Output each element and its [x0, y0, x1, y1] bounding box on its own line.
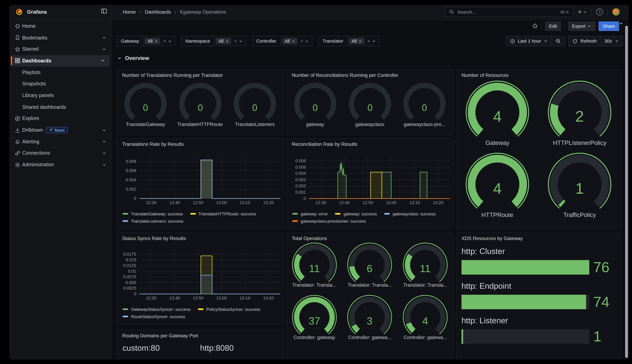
legend-row: GatewayStatusSyncer: successPolicyStatus…	[123, 307, 279, 312]
panel-title[interactable]: Status Syncs Rate by Results	[117, 232, 283, 241]
panel-title[interactable]: XDS Resources by Gateway	[456, 232, 621, 241]
sidebar-item-home[interactable]: Home	[9, 20, 111, 32]
clear-filter-icon[interactable]: ×	[163, 38, 166, 44]
remove-value-icon[interactable]: ×	[292, 39, 294, 44]
panel-title[interactable]: Number of Translations Running per Trans…	[117, 70, 283, 78]
gauge-value: 0	[143, 102, 148, 113]
panel-title[interactable]: Total Operations	[286, 232, 453, 241]
chevron-up-icon	[100, 58, 105, 63]
legend-item[interactable]: RouteStatusSyncer: success	[123, 314, 185, 318]
gauge-label: HTTPListenerPolicy	[553, 139, 606, 146]
chevron-down-icon	[544, 39, 548, 43]
legend-item[interactable]: TranslateGateway: success	[123, 211, 183, 216]
legend-color-dash	[292, 220, 298, 222]
export-button[interactable]: Export	[568, 21, 595, 31]
svg-text:12:30: 12:30	[315, 200, 326, 205]
edit-button[interactable]: Edit	[545, 21, 561, 31]
filter-value-chip[interactable]: All×	[349, 38, 364, 44]
sidebar-item-label: Bookmarks	[22, 35, 47, 40]
chevron-down-icon[interactable]	[372, 39, 376, 44]
chevron-down-icon	[102, 36, 106, 40]
breadcrumb-dashboards[interactable]: Dashboards	[145, 9, 171, 14]
favorite-star-icon[interactable]	[532, 23, 538, 29]
legend-color-dash	[123, 308, 128, 310]
chevron-down-icon[interactable]	[305, 39, 309, 44]
legend-item[interactable]: gatewayclass: success	[384, 211, 436, 216]
legend-label: gatewayclass-provisioner: success	[301, 218, 366, 223]
legend-item[interactable]: PolicyStatusSyncer: success	[198, 307, 260, 312]
sidebar-item-label: Playlists	[22, 70, 41, 75]
dashboard-toolbar: Edit Export Share	[112, 19, 629, 33]
gauge-label: gatewayclass-pro...	[404, 122, 445, 127]
filter-value-chip[interactable]: All×	[216, 38, 231, 44]
panel-title[interactable]: Number of Resources	[456, 70, 621, 78]
scrollbar-thumb[interactable]	[625, 26, 628, 358]
section-header-overview[interactable]: Overview	[117, 55, 149, 61]
svg-text:12:50: 12:50	[193, 296, 203, 300]
sidebar-item-dashboards[interactable]: Dashboards	[11, 55, 110, 67]
grafana-logo[interactable]	[15, 8, 23, 16]
sidebar-item-library-panels[interactable]: Library panels	[9, 90, 111, 101]
gauge-value: 6	[367, 262, 373, 274]
svg-text:0.005: 0.005	[126, 280, 136, 285]
sidebar-item-administration[interactable]: Administration	[9, 159, 111, 170]
legend-item[interactable]: TranslateListeners: success	[123, 218, 183, 223]
breadcrumb-home[interactable]: Home	[123, 9, 136, 14]
time-range-picker[interactable]: Last 1 hour	[506, 36, 551, 46]
svg-text:0.005: 0.005	[295, 164, 306, 169]
help-button[interactable]: ?	[596, 8, 603, 15]
chevron-down-icon[interactable]	[168, 39, 172, 44]
brand-name: Grafana	[27, 9, 47, 15]
gauge-value: 0	[197, 102, 203, 113]
chart-legend: TranslateGateway: successTranslateHTTPRo…	[117, 207, 283, 223]
chevron-down-icon	[583, 10, 587, 14]
svg-text:0: 0	[134, 291, 136, 296]
refresh-interval-picker[interactable]: 30s	[600, 36, 622, 46]
panel-title[interactable]: Routing Domains per Gateway Port	[117, 330, 283, 339]
share-menu-button[interactable]	[619, 21, 623, 31]
legend-item[interactable]: gateway: success	[335, 211, 377, 216]
clear-filter-icon[interactable]: ×	[234, 38, 237, 44]
sidebar-item-snapshots[interactable]: Snapshots	[9, 78, 111, 90]
sidebar-item-explore[interactable]: Explore	[9, 113, 111, 124]
clear-filter-icon[interactable]: ×	[301, 38, 303, 44]
gauge-label: TranslateGateway	[126, 122, 165, 127]
legend-item[interactable]: TranslateHTTPRoute: success	[190, 211, 256, 216]
filter-value-chip[interactable]: All×	[282, 38, 297, 44]
sidebar-item-bookmarks[interactable]: Bookmarks	[9, 32, 111, 44]
refresh-button[interactable]: Refresh	[569, 36, 600, 46]
sidebar-item-playlists[interactable]: Playlists	[9, 66, 111, 78]
new-badge: New!	[46, 127, 68, 134]
remove-value-icon[interactable]: ×	[155, 39, 157, 44]
sidebar-item-starred[interactable]: Starred	[9, 44, 111, 55]
svg-text:13:20: 13:20	[263, 296, 274, 300]
gauge-group: 0gateway0gatewayclass0gatewayclass-pro..…	[286, 78, 453, 127]
remove-value-icon[interactable]: ×	[226, 39, 228, 44]
legend-item[interactable]: gateway: error	[292, 211, 328, 216]
sidebar-item-connections[interactable]: Connections	[9, 147, 111, 159]
clear-filter-icon[interactable]: ×	[368, 38, 370, 44]
chevron-down-icon	[102, 128, 106, 132]
sidebar-item-alerting[interactable]: Alerting	[9, 136, 111, 148]
add-button[interactable]: +	[578, 9, 587, 15]
remove-value-icon[interactable]: ×	[359, 39, 361, 44]
legend-item[interactable]: gatewayclass-provisioner: success	[292, 218, 366, 223]
divider	[591, 9, 592, 15]
avatar[interactable]	[612, 8, 620, 16]
panel-title[interactable]: Translations Rate by Results	[117, 138, 283, 147]
sidebar-toggle-icon[interactable]	[101, 8, 107, 14]
legend-item[interactable]: GatewayStatusSyncer: success	[123, 307, 190, 312]
chevron-down-icon[interactable]	[239, 39, 243, 44]
sidebar-item-label: Connections	[22, 150, 50, 156]
search-input[interactable]: Search... ⌘+k	[444, 7, 573, 17]
filter-value-chip[interactable]: All×	[145, 38, 160, 44]
search-placeholder: Search...	[457, 10, 557, 14]
zoom-out-button[interactable]	[551, 36, 565, 46]
bar-gauge-item: http: Endpoint74	[456, 281, 621, 310]
sidebar-item-drilldown[interactable]: DrilldownNew!	[9, 124, 111, 136]
chart-legend: gateway: errorgateway: successgatewaycla…	[286, 207, 453, 223]
panel-title[interactable]: Reconciliation Rate by Results	[286, 138, 453, 147]
panel-title[interactable]: Number of Reconciliations Running per Co…	[286, 70, 453, 78]
sidebar-item-shared-dashboards[interactable]: Shared dashboards	[9, 101, 111, 113]
share-button[interactable]: Share	[599, 21, 619, 31]
